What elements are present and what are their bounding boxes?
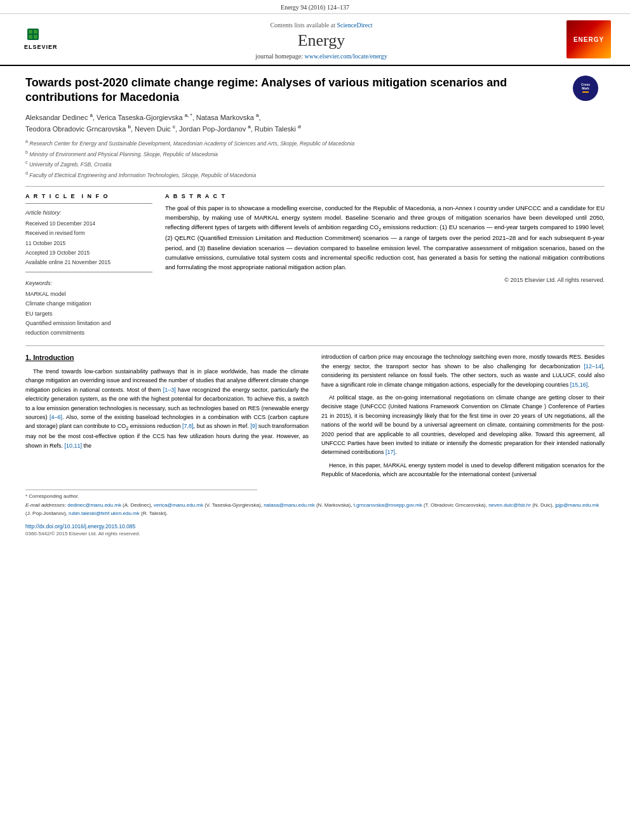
copyright-line: © 2015 Elsevier Ltd. All rights reserved… [165,277,605,283]
svg-text:Mark: Mark [582,86,589,90]
top-bar: Energy 94 (2016) 124–137 [0,0,630,14]
email-teodora[interactable]: t.grncarovska@moepp.gov.mk [354,502,422,508]
elsevier-tree-icon: ELSEVIER [24,27,59,51]
keyword-1: MARKAL model [25,290,152,299]
intro-p1: The trend towards low-carbon sustainabil… [25,367,309,450]
footnote-divider [25,490,257,490]
divider-1 [25,186,605,187]
body-section: 1. Introduction The trend towards low-ca… [25,352,605,483]
svg-rect-4 [34,35,37,39]
affiliations: a Research Center for Energy and Sustain… [25,138,605,180]
journal-ref: Energy 94 (2016) 124–137 [281,4,349,11]
authors: Aleksandar Dedinec a, Verica Taseska-Gjo… [25,112,605,135]
main-content: Towards post-2020 climate change regime:… [0,66,630,543]
keywords-heading: Keywords: [25,279,152,288]
body-col-right: introduction of carbon price may encoura… [321,352,605,483]
body-col-left: 1. Introduction The trend towards low-ca… [25,352,309,483]
journal-header-right: ENERGY [566,20,617,58]
abstract-heading: A B S T R A C T [165,193,605,199]
keywords-box: Keywords: MARKAL model Climate change mi… [25,279,152,338]
abstract-column: A B S T R A C T The goal of this paper i… [165,193,605,338]
journal-header: ELSEVIER Contents lists available at Sci… [0,14,630,66]
energy-logo: ENERGY [566,20,611,58]
received-date: Received 10 December 2014 [25,219,152,229]
affiliation-c: c University of Zagreb, FSB, Croatia [25,159,605,169]
keyword-3: EU targets [25,309,152,319]
crossmark-badge: Cross Mark [573,76,605,107]
article-info-box: Article history: Received 10 December 20… [25,203,152,272]
article-info-heading: A R T I C L E I N F O [25,193,152,199]
svg-rect-2 [34,30,37,34]
affiliation-a: a Research Center for Energy and Sustain… [25,138,605,148]
issn-line: 0360-5442/© 2015 Elsevier Ltd. All right… [25,531,605,537]
sciencedirect-link[interactable]: ScienceDirect [337,22,372,29]
revised-date: 11 October 2015 [25,239,152,248]
homepage-label: journal homepage: [255,53,303,60]
email-rubin[interactable]: rubin.taleski@fehf.ukim.edu.mk [69,510,140,516]
revised-label: Received in revised form [25,229,152,238]
email-jordan[interactable]: jpjp@manu.edu.mk [555,502,599,508]
divider-2 [25,345,605,346]
footnote-corresponding: * Corresponding author. [25,493,605,501]
intro-p4: Hence, in this paper, MARKAL energy syst… [321,461,605,479]
crossmark-icon: Cross Mark [573,76,598,101]
svg-rect-1 [29,30,32,34]
svg-text:ELSEVIER: ELSEVIER [24,44,58,50]
contents-label: Contents lists available at [270,22,335,29]
footnote-emails: E-mail addresses: dedinec@manu.edu.mk (A… [25,502,605,518]
email-dedinec[interactable]: dedinec@manu.edu.mk [67,502,121,508]
doi-line: http://dx.doi.org/10.1016/j.energy.2015.… [25,523,605,530]
crossmark-svg: Cross Mark [576,79,595,98]
article-title: Towards post-2020 climate change regime:… [25,76,507,103]
keyword-2: Climate change mitigation [25,299,152,309]
page: Energy 94 (2016) 124–137 ELSEVIER [0,0,630,840]
footnotes: * Corresponding author. E-mail addresses… [25,493,605,518]
elsevier-logo-area: ELSEVIER [13,23,76,55]
available-online: Available online 21 November 2015 [25,258,152,267]
email-natasa[interactable]: natasa@manu.edu.mk [264,502,315,508]
affiliation-b: b Ministry of Environment and Physical P… [25,149,605,159]
journal-homepage: journal homepage: www.elsevier.com/locat… [83,53,560,60]
keyword-4: Quantified emission limitation andreduct… [25,319,152,338]
email-verica[interactable]: verica@manu.edu.mk [154,502,203,508]
section-1-heading: 1. Introduction [25,352,309,364]
contents-bar: Contents lists available at ScienceDirec… [83,19,560,31]
intro-p2: introduction of carbon price may encoura… [321,352,605,389]
article-info-abstract-section: A R T I C L E I N F O Article history: R… [25,193,605,338]
article-info-column: A R T I C L E I N F O Article history: R… [25,193,152,338]
accepted-date: Accepted 19 October 2015 [25,248,152,258]
affiliation-d: d Faculty of Electrical Engineering and … [25,170,605,180]
doi-link[interactable]: http://dx.doi.org/10.1016/j.energy.2015.… [25,523,135,530]
article-title-area: Towards post-2020 climate change regime:… [25,76,605,105]
article-history-heading: Article history: [25,208,152,218]
intro-p3: At political stage, as the on-going inte… [321,393,605,457]
elsevier-logo: ELSEVIER [13,23,70,55]
email-neven[interactable]: neven.duic@fsb.hr [488,502,531,508]
svg-rect-3 [29,35,32,39]
journal-header-center: Contents lists available at ScienceDirec… [83,19,560,60]
abstract-text: The goal of this paper is to showcase a … [165,203,605,272]
journal-name: Energy [83,31,560,50]
homepage-link[interactable]: www.elsevier.com/locate/energy [304,53,387,60]
